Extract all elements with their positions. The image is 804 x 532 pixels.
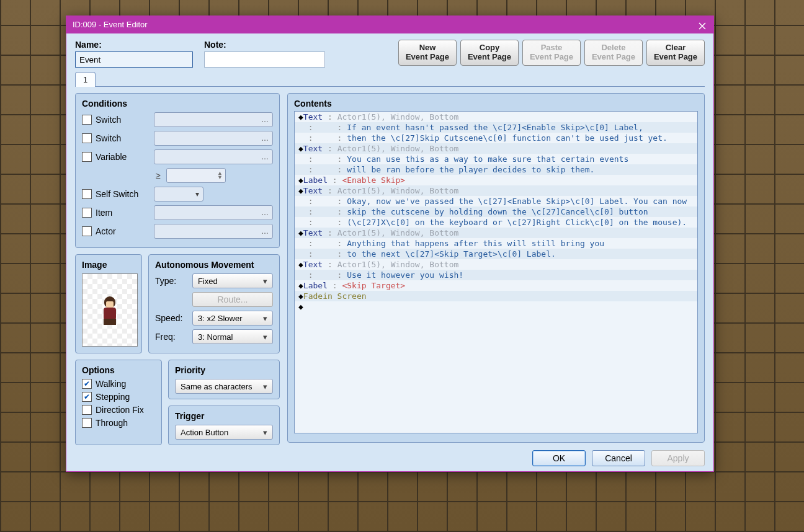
condition-checkbox[interactable]	[82, 208, 92, 218]
command-row[interactable]: : : Use it however you wish!	[295, 270, 697, 280]
command-row[interactable]: ◆Text : Actor1(5), Window, Bottom	[295, 228, 697, 238]
condition-checkbox[interactable]	[82, 226, 92, 236]
clear-event-page-button[interactable]: ClearEvent Page	[646, 40, 705, 66]
autonomous-movement-panel: Autonomous Movement Type: Fixed▾ Route..…	[148, 254, 280, 353]
actor-sprite-icon	[99, 295, 121, 325]
option-checkbox[interactable]	[82, 405, 92, 415]
trigger-dropdown[interactable]: Action Button▾	[175, 425, 273, 440]
contents-heading: Contents	[294, 99, 698, 109]
delete-event-page-button: DeleteEvent Page	[584, 40, 643, 66]
command-row[interactable]: ◆Text : Actor1(5), Window, Bottom	[295, 259, 697, 270]
conditions-panel: Conditions Switch…Switch…Variable…≥▲▼Sel…	[75, 93, 280, 248]
name-field-block: Name:	[75, 40, 193, 68]
condition-checkbox[interactable]	[82, 152, 92, 162]
command-row[interactable]: : : (\c[27]X\c[0] on the keyboard or \c[…	[295, 217, 697, 228]
command-row[interactable]: ◆	[295, 301, 697, 312]
command-row[interactable]: ◆Fadein Screen	[295, 291, 697, 301]
option-row: ✔Walking	[82, 379, 155, 389]
event-sprite-chooser[interactable]	[82, 273, 138, 347]
speed-dropdown[interactable]: 3: x2 Slower▾	[192, 311, 273, 326]
speed-label: Speed:	[155, 313, 189, 323]
freq-dropdown[interactable]: 3: Normal▾	[192, 329, 273, 344]
titlebar: ID:009 - Event Editor	[66, 16, 713, 33]
condition-label: Self Switch	[96, 189, 150, 199]
command-row[interactable]: ◆Text : Actor1(5), Window, Bottom	[295, 185, 697, 196]
movement-type-dropdown[interactable]: Fixed▾	[192, 273, 273, 288]
condition-checkbox[interactable]	[82, 189, 92, 199]
condition-label: Switch	[96, 115, 150, 125]
condition-dropdown[interactable]: …	[154, 224, 273, 239]
condition-dropdown[interactable]: …	[154, 149, 273, 164]
apply-button: Apply	[651, 450, 705, 466]
option-checkbox[interactable]	[82, 418, 92, 428]
type-label: Type:	[155, 276, 189, 286]
command-row[interactable]: : : You can use this as a way to make su…	[295, 154, 697, 164]
condition-checkbox[interactable]	[82, 133, 92, 143]
trigger-heading: Trigger	[175, 411, 273, 421]
image-auto-row: Image Autonomous Movement Type: Fixed▾	[75, 254, 280, 353]
condition-dropdown[interactable]: ▾	[154, 187, 203, 202]
command-row[interactable]: ◆Label : <Enable Skip>	[295, 175, 697, 185]
condition-row: Self Switch▾	[82, 187, 273, 202]
condition-row: Item…	[82, 205, 273, 220]
window-title: ID:009 - Event Editor	[73, 16, 148, 33]
tab-1[interactable]: 1	[75, 72, 96, 87]
ge-label: ≥	[154, 171, 163, 180]
copy-event-page-button[interactable]: CopyEvent Page	[460, 40, 519, 66]
ok-button[interactable]: OK	[532, 450, 586, 466]
cancel-button[interactable]: Cancel	[592, 450, 645, 466]
name-label: Name:	[75, 40, 193, 50]
condition-row: Variable…	[82, 149, 273, 164]
close-icon[interactable]	[697, 20, 707, 30]
command-row[interactable]: : : Okay, now we've passed the \c[27]<En…	[295, 196, 697, 206]
option-row: Direction Fix	[82, 405, 155, 415]
condition-row: Switch…	[82, 112, 273, 127]
condition-row: ≥▲▼	[82, 168, 273, 183]
command-row[interactable]: : : then the \c[27]Skip Cutscene\c[0] fu…	[295, 133, 697, 143]
command-list[interactable]: ◆Text : Actor1(5), Window, Bottom : : If…	[294, 111, 698, 433]
note-input[interactable]	[204, 51, 325, 68]
header-row: Name: Note: NewEvent PageCopyEvent PageP…	[66, 33, 713, 68]
paste-event-page-button: PasteEvent Page	[522, 40, 581, 66]
image-heading: Image	[82, 260, 135, 270]
command-row[interactable]: : : skip the cutscene by holding down th…	[295, 206, 697, 217]
option-checkbox[interactable]: ✔	[82, 392, 92, 402]
name-input[interactable]	[75, 51, 193, 68]
new-event-page-button[interactable]: NewEvent Page	[398, 40, 457, 66]
priority-panel: Priority Same as characters▾	[168, 360, 280, 399]
contents-panel: Contents ◆Text : Actor1(5), Window, Bott…	[287, 93, 705, 443]
command-row[interactable]: ◆Text : Actor1(5), Window, Bottom	[295, 112, 697, 122]
condition-dropdown[interactable]: …	[154, 131, 273, 146]
option-row: ✔Stepping	[82, 392, 155, 402]
option-checkbox[interactable]: ✔	[82, 379, 92, 389]
priority-dropdown[interactable]: Same as characters▾	[175, 379, 273, 394]
command-row[interactable]: ◆Label : <Skip Target>	[295, 280, 697, 291]
options-panel: Options ✔Walking✔SteppingDirection FixTh…	[75, 360, 162, 445]
condition-label: Variable	[96, 152, 150, 162]
image-panel: Image	[75, 254, 142, 353]
condition-dropdown[interactable]: …	[154, 112, 273, 127]
command-row[interactable]: : : to the next \c[27]<Skip Target>\c[0]…	[295, 249, 697, 259]
condition-label: Actor	[96, 226, 150, 236]
command-row[interactable]: : : Anything that happens after this wil…	[295, 238, 697, 249]
condition-row: Actor…	[82, 224, 273, 239]
page-tabs: 1	[75, 71, 705, 87]
note-field-block: Note:	[204, 40, 325, 68]
command-row[interactable]: ◆Text : Actor1(5), Window, Bottom	[295, 143, 697, 154]
condition-label: Switch	[96, 133, 150, 143]
priority-heading: Priority	[175, 365, 273, 375]
condition-dropdown[interactable]: …	[154, 205, 273, 220]
options-priority-row: Options ✔Walking✔SteppingDirection FixTh…	[75, 360, 280, 445]
auto-heading: Autonomous Movement	[155, 260, 273, 270]
command-row[interactable]: : : will be ran before the player decide…	[295, 164, 697, 175]
option-row: Through	[82, 418, 155, 428]
condition-checkbox[interactable]	[82, 115, 92, 125]
option-label: Walking	[96, 379, 126, 389]
options-heading: Options	[82, 365, 155, 375]
freq-label: Freq:	[155, 332, 189, 342]
condition-label: Item	[96, 208, 150, 218]
conditions-heading: Conditions	[82, 99, 273, 109]
event-editor-window: ID:009 - Event Editor Name: Note: NewEve…	[66, 16, 714, 472]
variable-value-spinbox[interactable]: ▲▼	[166, 168, 226, 183]
command-row[interactable]: : : If an event hasn't passed the \c[27]…	[295, 122, 697, 133]
